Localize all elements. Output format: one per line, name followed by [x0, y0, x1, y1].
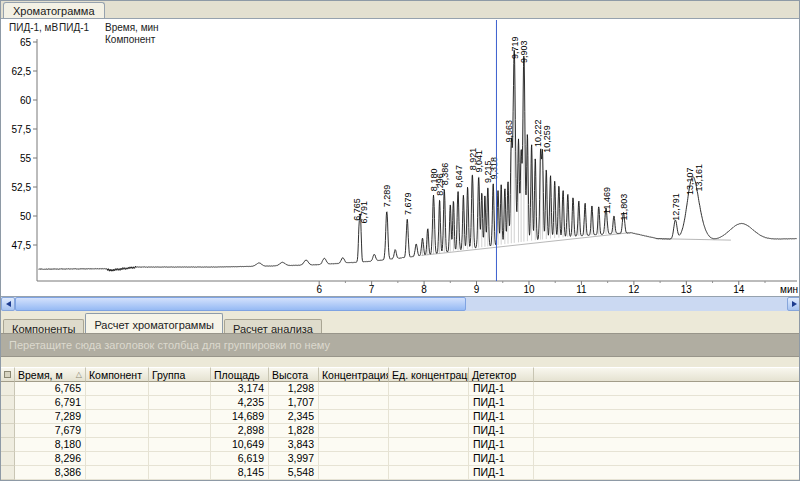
chromatogram-plot[interactable]: 47,55052,55557,56062,56567891011121314ми…	[1, 19, 800, 296]
cell-component	[86, 382, 149, 396]
y-tick-label: 50	[20, 211, 32, 222]
column-header-height[interactable]: Высота	[269, 367, 319, 382]
table-row[interactable]: 8,3868,1455,548ПИД-1	[1, 466, 800, 480]
scroll-right-button[interactable]	[787, 297, 800, 311]
x-tick-label: 9	[474, 284, 480, 295]
x-tick-label: 14	[733, 284, 745, 295]
y-axis-unit-label: ПИД-1, мВ	[9, 22, 58, 33]
column-header-label: Ед. концентрации	[392, 369, 469, 381]
time-legend-label: Время, мин	[105, 22, 159, 33]
detector-legend-label: ПИД-1	[59, 22, 89, 33]
cell-height: 3,843	[269, 438, 319, 452]
tab-chromatogram-calc[interactable]: Расчет хроматограммы	[85, 313, 223, 333]
cell-height: 3,997	[269, 452, 319, 466]
column-header-label: Концентрация	[322, 369, 389, 381]
table-row[interactable]: 7,28914,6892,345ПИД-1	[1, 410, 800, 424]
scroll-left-button[interactable]	[1, 297, 15, 311]
row-filler	[534, 438, 800, 452]
table-row[interactable]: 6,7653,1741,298ПИД-1	[1, 382, 800, 396]
scroll-right-icon	[792, 301, 797, 307]
column-header-label: Детектор	[472, 369, 516, 381]
page-root: Хроматограмма 47,55052,55557,56062,56567…	[0, 0, 800, 481]
cell-group	[149, 396, 211, 410]
cell-component	[86, 410, 149, 424]
column-header-component[interactable]: Компонент	[86, 367, 149, 382]
cell-group	[149, 452, 211, 466]
chart-horizontal-scrollbar[interactable]	[1, 297, 800, 311]
cell-conc-units	[389, 452, 469, 466]
peak-label: 13,161	[694, 164, 704, 192]
cell-area: 14,689	[211, 410, 269, 424]
x-tick-label: 6	[316, 284, 322, 295]
chromatogram-trace	[39, 50, 797, 271]
cell-concentration	[319, 410, 389, 424]
cell-group	[149, 438, 211, 452]
y-tick-label: 60	[20, 95, 32, 106]
x-tick-label: 8	[421, 284, 427, 295]
y-tick-label: 57,5	[12, 124, 32, 135]
row-filler	[534, 424, 800, 438]
cell-height: 2,345	[269, 410, 319, 424]
cell-conc-units	[389, 410, 469, 424]
column-header-concentration[interactable]: Концентрация	[319, 367, 389, 382]
row-indicator	[1, 410, 15, 424]
cell-height: 1,707	[269, 396, 319, 410]
cell-area: 3,174	[211, 382, 269, 396]
y-tick-label: 55	[20, 153, 32, 164]
results-grid: Время, м△КомпонентГруппаПлощадьВысотаКон…	[1, 367, 800, 480]
results-pane: КомпонентыРасчет хроматограммыРасчет ана…	[1, 311, 800, 481]
column-header-area[interactable]: Площадь	[211, 367, 269, 382]
peak-label: 7,289	[382, 185, 392, 208]
cell-detector: ПИД-1	[469, 424, 534, 438]
table-row[interactable]: 8,18010,6493,843ПИД-1	[1, 438, 800, 452]
table-row[interactable]: 8,2966,6193,997ПИД-1	[1, 452, 800, 466]
cell-concentration	[319, 466, 389, 480]
column-header-detector[interactable]: Детектор	[469, 367, 534, 382]
table-row[interactable]: 7,6792,8981,828ПИД-1	[1, 424, 800, 438]
tab-chromatogram[interactable]: Хроматограмма	[3, 2, 105, 18]
cell-area: 2,898	[211, 424, 269, 438]
cell-time: 8,386	[15, 466, 86, 480]
cell-time: 8,296	[15, 452, 86, 466]
peak-label: 9,663	[504, 120, 514, 143]
cell-time: 8,180	[15, 438, 86, 452]
cell-conc-units	[389, 424, 469, 438]
chromatogram-tabbar: Хроматограмма	[1, 1, 799, 18]
table-row[interactable]: 6,7914,2351,707ПИД-1	[1, 396, 800, 410]
component-legend-label: Компонент	[105, 34, 155, 45]
peak-label: 6,791	[359, 201, 369, 224]
cell-component	[86, 466, 149, 480]
cell-component	[86, 452, 149, 466]
column-header-group[interactable]: Группа	[149, 367, 211, 382]
cell-area: 8,145	[211, 466, 269, 480]
column-header-time[interactable]: Время, м△	[15, 367, 86, 382]
group-by-hint: Перетащите сюда заголовок столбца для гр…	[9, 339, 330, 351]
column-header-label: Компонент	[89, 369, 142, 381]
cell-area: 6,619	[211, 452, 269, 466]
cell-concentration	[319, 438, 389, 452]
row-indicator	[1, 438, 15, 452]
cell-component	[86, 424, 149, 438]
cell-group	[149, 424, 211, 438]
grid-header-row: Время, м△КомпонентГруппаПлощадьВысотаКон…	[1, 367, 800, 382]
peak-label: 12,791	[671, 193, 681, 221]
row-indicator	[1, 452, 15, 466]
cell-group	[149, 410, 211, 424]
cell-time: 7,289	[15, 410, 86, 424]
cell-height: 1,828	[269, 424, 319, 438]
cell-detector: ПИД-1	[469, 382, 534, 396]
group-by-panel[interactable]: Перетащите сюда заголовок столбца для гр…	[1, 333, 800, 357]
y-tick-label: 47,5	[12, 240, 32, 251]
peak-label: 9,318	[489, 157, 499, 180]
cell-group	[149, 466, 211, 480]
cell-detector: ПИД-1	[469, 396, 534, 410]
header-filler	[534, 367, 800, 382]
row-filler	[534, 396, 800, 410]
row-filler	[534, 382, 800, 396]
column-header-conc-units[interactable]: Ед. концентрации	[389, 367, 469, 382]
column-header-label: Время, м	[18, 369, 63, 381]
row-indicator-header	[1, 367, 15, 382]
scrollbar-thumb[interactable]	[15, 297, 466, 311]
row-indicator	[1, 382, 15, 396]
scroll-left-icon	[6, 301, 11, 307]
